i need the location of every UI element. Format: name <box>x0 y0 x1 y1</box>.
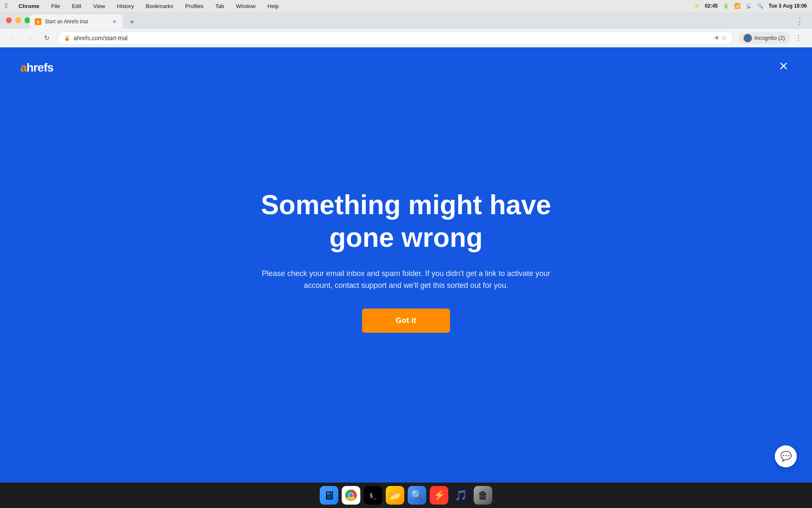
dock-music[interactable]: 🎵 <box>452 486 470 505</box>
logo-container: ahrefs <box>20 61 53 75</box>
trash-icon: 🗑 <box>478 489 488 501</box>
main-page: ahrefs ✕ Something might have gone wrong… <box>0 47 812 483</box>
logo-text: hrefs <box>27 61 53 74</box>
music-icon: 🎵 <box>455 489 467 501</box>
close-icon: ✕ <box>779 59 788 73</box>
menubar-view[interactable]: View <box>91 2 107 10</box>
error-description: Please check your email inbox and spam f… <box>258 268 554 292</box>
browser-tab[interactable]: a Start an Ahrefs trial ✕ <box>30 14 123 29</box>
tab-title: Start an Ahrefs trial <box>45 19 107 25</box>
error-heading: Something might have gone wrong <box>237 189 575 254</box>
macos-dock: 🖥 $_ 📂 🔍 ⚡ 🎵 🗑 <box>0 483 812 508</box>
menubar-battery-time: 02:45 <box>705 3 718 9</box>
window-minimize-btn[interactable] <box>15 17 21 23</box>
reeder-icon: ⚡ <box>433 490 445 501</box>
finder2-icon: 🔍 <box>411 489 423 501</box>
menubar-power-icon: 🔋 <box>723 3 729 9</box>
chrome-tabbar: a Start an Ahrefs trial ✕ + ⋮ <box>0 12 812 29</box>
menubar-bookmarks[interactable]: Bookmarks <box>143 2 176 10</box>
dock-finder[interactable]: 🖥 <box>320 486 338 505</box>
page-close-btn[interactable]: ✕ <box>775 58 792 75</box>
menubar-file[interactable]: File <box>49 2 63 10</box>
menubar-window[interactable]: Window <box>233 2 258 10</box>
files-icon: 📂 <box>389 489 401 501</box>
dock-finder2[interactable]: 🔍 <box>408 486 426 505</box>
menubar-battery-icon: ⚡ <box>694 3 700 9</box>
menubar-history[interactable]: History <box>114 2 136 10</box>
dock-chrome[interactable] <box>342 486 360 505</box>
finder-icon: 🖥 <box>323 489 335 502</box>
menubar-edit[interactable]: Edit <box>69 2 84 10</box>
got-it-button[interactable]: Got it <box>362 309 450 333</box>
menubar-right: ⚡ 02:45 🔋 📶 📡 🔍 Tue 3 Aug 18:06 <box>694 3 807 9</box>
tab-favicon: a <box>35 18 41 25</box>
menubar-airdrop-icon: 📡 <box>746 3 752 9</box>
menubar-datetime: Tue 3 Aug 18:06 <box>768 3 807 9</box>
ahrefs-logo: ahrefs <box>20 61 53 74</box>
logo-letter-a: a <box>20 61 27 74</box>
dock-files[interactable]: 📂 <box>386 486 404 505</box>
menubar-profiles[interactable]: Profiles <box>183 2 206 10</box>
menubar-help[interactable]: Help <box>265 2 281 10</box>
dock-trash[interactable]: 🗑 <box>474 486 492 505</box>
new-tab-btn[interactable]: + <box>126 16 138 28</box>
extensions-icon[interactable]: ⋮ <box>796 17 804 26</box>
apple-menu[interactable]:  <box>5 2 8 10</box>
menubar-search-icon[interactable]: 🔍 <box>757 3 763 9</box>
dock-reeder[interactable]: ⚡ <box>430 486 448 505</box>
menubar-tab[interactable]: Tab <box>213 2 227 10</box>
chat-support-btn[interactable]: 💬 <box>775 445 797 467</box>
menubar:  Chrome File Edit View History Bookmark… <box>0 0 812 12</box>
window-close-btn[interactable] <box>6 17 12 23</box>
chrome-icon <box>344 488 358 502</box>
dock-terminal[interactable]: $_ <box>364 486 382 505</box>
menubar-wifi-icon: 📶 <box>734 3 741 9</box>
svg-point-4 <box>349 493 353 497</box>
tab-close-btn[interactable]: ✕ <box>111 18 118 25</box>
terminal-icon: $_ <box>370 492 377 499</box>
chat-icon: 💬 <box>780 451 792 462</box>
window-controls <box>6 17 30 23</box>
menubar-chrome[interactable]: Chrome <box>16 2 42 10</box>
main-content: Something might have gone wrong Please c… <box>0 39 812 483</box>
